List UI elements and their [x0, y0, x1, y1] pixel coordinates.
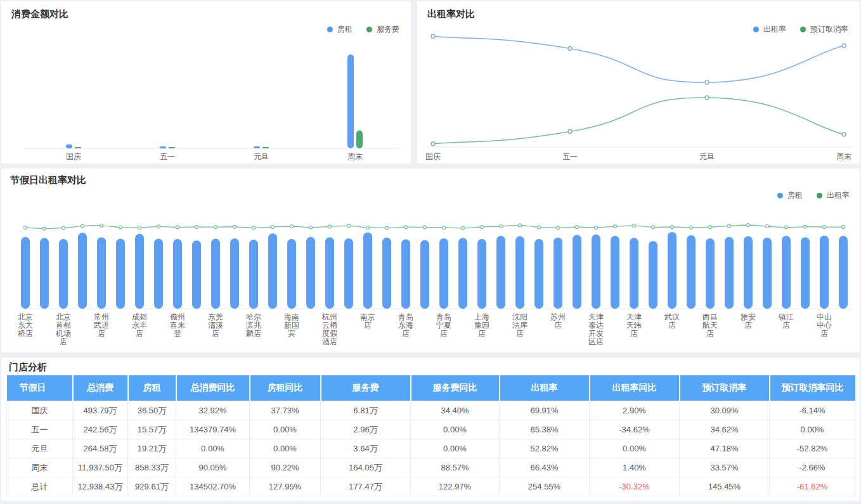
store-analysis-card: 门店分析 节假日总消费房租总消费同比房租同比服务费服务费同比出租率出租率同比预订… — [1, 358, 860, 501]
table-cell: 88.57% — [411, 458, 500, 477]
table-cell: 1.40% — [590, 458, 680, 477]
table-cell: 34.40% — [411, 401, 500, 420]
table-cell: 493.79万 — [73, 401, 128, 420]
table-cell: 2.96万 — [321, 420, 411, 439]
line-point — [157, 225, 160, 228]
bar-store-rent — [630, 238, 638, 309]
axis-label: 元旦 — [254, 152, 269, 161]
table-cell: 国庆 — [7, 401, 73, 420]
holiday-chart: 北京东大桥店北京首都机场店常州武进店成都永丰店儋州喜来登东莞清溪店哈尔滨兆麟店海… — [1, 169, 860, 352]
table-cell: 122.97% — [411, 477, 500, 496]
legend-item-rent[interactable]: 房租 — [327, 25, 353, 33]
bar-store-rent — [154, 238, 163, 309]
store-axis-label: 成都永丰店 — [132, 313, 147, 338]
line-point — [385, 226, 389, 229]
line-point — [443, 226, 446, 229]
table-header-cell: 服务费同比 — [411, 375, 500, 401]
consumption-legend: 房租 服务费 — [327, 25, 399, 33]
legend-dot-rent — [327, 27, 333, 32]
table-header-row: 节假日总消费房租总消费同比房租同比服务费服务费同比出租率出租率同比预订取消率预订… — [7, 375, 855, 401]
line-point — [500, 225, 503, 228]
bar-service-fee — [169, 147, 175, 148]
store-axis-label: 杭州云栖度假酒店 — [321, 313, 337, 346]
bar-store-rent — [230, 238, 239, 309]
store-analysis-table: 节假日总消费房租总消费同比房租同比服务费服务费同比出租率出租率同比预订取消率预订… — [6, 375, 855, 496]
table-cell: 0.00% — [411, 439, 500, 458]
bar-store-rent — [496, 236, 505, 309]
bar-store-rent — [59, 239, 68, 309]
legend-item-store-occupancy[interactable]: 出租率 — [817, 191, 850, 199]
line-point — [347, 224, 351, 228]
bar-store-rent — [839, 236, 848, 309]
legend-item-store-rent[interactable]: 房租 — [777, 191, 803, 199]
table-header-cell: 房租同比 — [250, 375, 321, 401]
line-point — [747, 224, 750, 227]
legend-label-rent: 房租 — [337, 25, 353, 33]
legend-dot-store-occupancy — [817, 193, 822, 198]
line-point — [785, 226, 788, 229]
holiday-chart-card: 节假日出租率对比 房租 出租率 北京东大桥店北京首都机场店常州武进店成都永丰店儋… — [1, 169, 860, 352]
table-cell: 0.00% — [250, 420, 321, 439]
table-cell: 145.45% — [680, 477, 770, 496]
bar-store-rent — [611, 236, 619, 309]
bar-store-rent — [515, 236, 524, 309]
store-axis-label: 南京店 — [360, 313, 375, 330]
line-point — [705, 81, 709, 84]
line-point — [271, 226, 275, 229]
line-point — [633, 224, 636, 227]
line-point — [728, 224, 731, 228]
legend-item-occupancy-rate[interactable]: 出租率 — [753, 25, 786, 33]
table-cell: 五一 — [7, 420, 73, 439]
table-cell: 0.00% — [250, 439, 321, 458]
table-cell: 36.50万 — [128, 401, 176, 420]
table-cell: -52.82% — [770, 439, 855, 458]
table-row: 总计12,938.43万929.61万134502.70%127.95%177.… — [7, 477, 855, 496]
table-header-cell: 服务费 — [321, 375, 411, 401]
bar-store-rent — [687, 235, 696, 309]
table-row: 元旦264.58万19.21万0.00%0.00%3.64万0.00%52.82… — [7, 439, 855, 458]
line-point — [595, 226, 598, 229]
bar-service-fee — [356, 131, 363, 148]
bar-store-rent — [820, 236, 829, 309]
table-header-cell: 预订取消率 — [680, 375, 770, 401]
store-axis-label: 北京首都机场店 — [55, 313, 71, 346]
line-occupancy-rate — [433, 36, 844, 82]
bar-store-rent — [725, 237, 734, 309]
line-store-occupancy — [25, 225, 843, 229]
axis-label: 五一 — [562, 152, 578, 161]
bar-rent — [347, 55, 354, 148]
axis-label: 周末 — [347, 152, 363, 161]
bar-store-rent — [477, 239, 486, 309]
legend-item-cancel-rate[interactable]: 预订取消率 — [800, 25, 848, 33]
table-cell: 0.00% — [411, 420, 500, 439]
bar-store-rent — [78, 233, 87, 309]
bar-store-rent — [268, 233, 277, 309]
bar-store-rent — [344, 238, 353, 309]
legend-item-service-fee[interactable]: 服务费 — [366, 25, 399, 33]
line-point — [519, 224, 522, 227]
line-point — [671, 226, 674, 229]
table-cell: 11,937.50万 — [73, 458, 128, 477]
table-cell: 929.61万 — [128, 477, 176, 496]
store-axis-label: 东莞清溪店 — [208, 313, 223, 338]
bar-store-rent — [744, 236, 753, 309]
line-point — [766, 225, 769, 228]
table-header-cell: 总消费 — [73, 375, 128, 401]
line-point — [705, 96, 709, 100]
table-cell: 33.57% — [680, 458, 770, 477]
line-point — [424, 226, 427, 229]
bar-store-rent — [554, 238, 562, 309]
store-axis-label: 武汉店 — [664, 313, 680, 330]
bar-store-rent — [173, 239, 182, 309]
axis-label: 周末 — [836, 152, 851, 161]
bar-store-rent — [325, 237, 334, 309]
bar-store-rent — [782, 236, 791, 309]
table-cell: 总计 — [7, 477, 73, 496]
line-point — [568, 130, 572, 134]
bar-store-rent — [649, 241, 657, 309]
table-cell: 6.81万 — [321, 401, 411, 420]
table-cell: 30.09% — [680, 401, 770, 420]
line-point — [804, 225, 807, 228]
line-point — [81, 224, 84, 228]
line-point — [842, 44, 846, 48]
